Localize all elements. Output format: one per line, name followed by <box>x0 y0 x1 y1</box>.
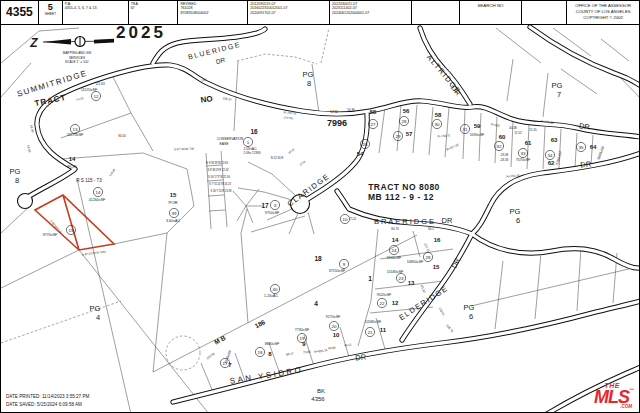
assessor-map-page: 4355 5 SHEET P.A. 4355-4, 5, 6, 7 & 13 T… <box>0 0 640 413</box>
svg-text:23: 23 <box>399 276 404 281</box>
revisions-col1: 2012090519-07 2016022310012001-07 202009… <box>248 1 330 24</box>
tract-8080: TRACT NO 8080 <box>368 182 440 192</box>
map-label: 6900±SF <box>387 256 402 260</box>
north-arrow-label: Z <box>29 36 38 50</box>
map-label: S 7°31'24"W 16.23 <box>209 182 231 186</box>
parcel-number-circle: 9 <box>339 259 348 268</box>
map-label: R=695.14 <box>314 348 328 354</box>
map-label: 9520±SF <box>377 293 392 297</box>
map-label: 44.48 <box>509 126 517 130</box>
bk-label: BK <box>317 388 325 394</box>
map-label: 62 <box>548 160 555 166</box>
map-label: 1.20±AC <box>264 294 278 298</box>
parcel-number-circle: 34 <box>545 150 554 159</box>
parcel-number-circle: 3 <box>270 200 279 209</box>
parcel-number-circle: 10 <box>340 214 349 223</box>
mb-word: M B <box>213 334 227 346</box>
office-line: OFFICE OF THE ASSESSOR <box>569 3 637 9</box>
map-label: 12 <box>392 300 399 306</box>
map-label: 111.87 <box>420 284 427 294</box>
map-label: 8 <box>15 176 19 185</box>
tract-no-word: NO <box>200 94 213 105</box>
parcel-number-circle: 33 <box>518 148 527 157</box>
map-label: 7 <box>557 90 561 99</box>
mls-logo: THE MLS™ .COM <box>594 382 634 410</box>
parcel-number-circle: 14 <box>93 187 102 196</box>
map-label: 4 <box>314 300 318 307</box>
parcel-number-circle: 24 <box>389 245 398 254</box>
year-stamp: 2025 <box>116 23 166 42</box>
svg-text:9: 9 <box>343 262 346 267</box>
office-line: COUNTY OF LOS ANGELES <box>569 9 637 15</box>
map-label: 6 <box>516 216 520 225</box>
mb-number: 186 <box>253 318 266 329</box>
map-label: S 36°43'21"E <box>49 219 63 234</box>
svg-text:30: 30 <box>435 122 440 127</box>
svg-text:3: 3 <box>274 203 277 208</box>
svg-text:14: 14 <box>96 190 101 195</box>
svg-text:13: 13 <box>73 127 78 132</box>
map-label: S 26°7'20"E 23.89 <box>210 189 232 193</box>
svg-text:28: 28 <box>402 119 407 124</box>
parcel-number-circle: 31 <box>460 124 469 133</box>
map-label: 11.52 <box>514 131 522 135</box>
street-label-summitridge: SUMMITRIDGE <box>16 69 89 99</box>
revisions-col2: 2022030021-07 2023111402-07 202406120200… <box>330 1 412 24</box>
map-header: 4355 5 SHEET P.A. 4355-4, 5, 6, 7 & 13 T… <box>1 1 639 25</box>
map-label: 2.09± CONS <box>244 151 261 155</box>
book-number: 4355 <box>1 1 39 24</box>
tract-word: TRACT <box>34 93 67 108</box>
parcel-number-circle: 12 <box>91 91 100 100</box>
map-label: 9170±SF <box>326 315 341 319</box>
map-label: DR <box>578 121 591 132</box>
parcel-number-circle: 28 <box>423 252 432 261</box>
map-label: 94.1 <box>428 227 434 231</box>
svg-text:19: 19 <box>300 336 305 341</box>
pa-value: 4355-4, 5, 6, 7 & 13 <box>65 6 126 10</box>
map-label: PG <box>10 167 21 176</box>
svg-text:15: 15 <box>69 228 74 233</box>
map-label: R=267.26 <box>446 142 460 151</box>
map-label: PG <box>90 304 101 313</box>
svg-text:31: 31 <box>463 127 468 132</box>
sheet-label: SHEET <box>41 12 60 16</box>
svg-text:22: 22 <box>380 301 385 306</box>
map-label: S 8°36'29"E 22.92 <box>207 168 229 172</box>
parcel-number-circle: 35 <box>576 142 585 151</box>
map-label: 132.41 <box>438 307 446 317</box>
map-label: -29.08 <box>500 153 509 157</box>
parcel-number-circle: 30 <box>432 119 441 128</box>
parcel-map-canvas: 2025ZMAPPING AND GISSERVICESSCALE 1" = 1… <box>1 1 640 413</box>
sheet-number: 5 <box>41 3 60 12</box>
map-label: 50.36 <box>347 108 355 112</box>
map-label: 17 <box>261 202 269 209</box>
empty-cell <box>412 1 460 24</box>
parcel-number-circle: 23 <box>396 273 405 282</box>
map-label: 37.07 <box>287 147 295 155</box>
map-label: N 12°45'E <box>271 156 284 160</box>
map-label: CONSERVATION <box>217 137 244 141</box>
svg-text:10: 10 <box>343 217 348 222</box>
map-label: 15 <box>170 192 177 198</box>
map-label: PG <box>464 303 475 312</box>
map-label: 58 <box>435 112 442 118</box>
sheet-cell: 5 SHEET <box>39 1 63 24</box>
map-label: 8 <box>268 351 272 357</box>
map-label: 106.76 <box>445 324 454 334</box>
svg-text:17: 17 <box>223 361 228 366</box>
highlighted-parcel[interactable] <box>35 195 114 250</box>
map-label: 61 <box>525 140 532 146</box>
svg-text:33: 33 <box>521 151 526 156</box>
map-label: 15 <box>433 264 440 270</box>
parcel-number-circles: 1391012131415171819202122232426272829303… <box>66 91 585 367</box>
map-label: POR <box>168 200 177 205</box>
map-label: POR <box>67 164 76 169</box>
map-label: 8 <box>307 79 311 88</box>
map-label: -26.33 <box>500 158 509 162</box>
assessor-office-cell: OFFICE OF THE ASSESSOR COUNTY OF LOS ANG… <box>567 1 639 24</box>
search-no-cell: SEARCH NO <box>460 1 523 24</box>
parcel-number-circle: 20 <box>329 321 338 330</box>
map-label: 71.42 <box>350 217 357 221</box>
empty-cell <box>522 1 567 24</box>
map-label: 51.55 <box>529 128 537 132</box>
